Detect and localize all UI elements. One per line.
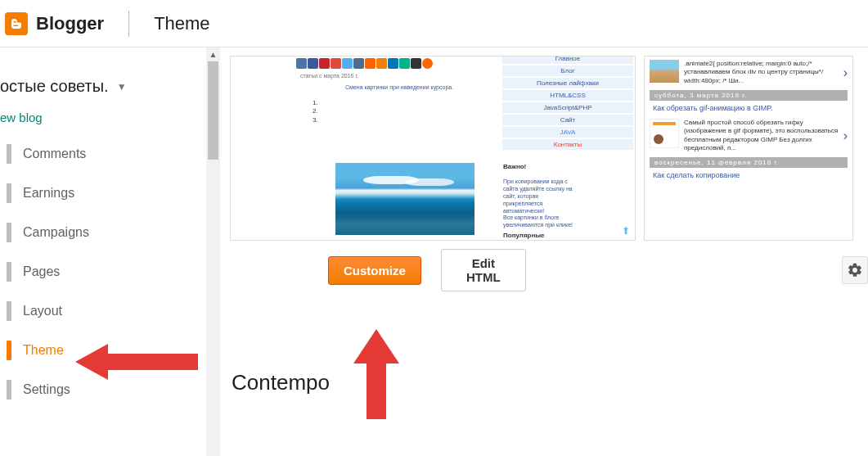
chevron-down-icon: ▼ [117,81,127,93]
sidebar-item-settings[interactable]: Settings [0,370,206,409]
side-post-link: Как сделать копирование [645,169,852,183]
nav-icon [7,183,11,203]
preview-note: Все картинки в блоге увеличиваются при к… [503,214,577,228]
preview-nav-menu: Главное Блог Полезные лайфхаки HTML&CSS … [502,56,633,151]
brand-name: Blogger [36,13,104,34]
page-title: Theme [154,13,209,34]
blog-name: остые советы. [0,77,109,96]
side-snippet: .animate2{ position:relative; margin:0 a… [684,60,839,85]
nav-icon [7,144,11,164]
preview-list: 1. 2. 3. [313,99,318,124]
nav-icon [7,223,11,242]
sidebar-item-earnings[interactable]: Earnings [0,174,206,213]
side-post: Самый простой способ обрезать гифку (изо… [645,115,852,156]
blog-selector[interactable]: остые советы. ▼ [0,62,206,101]
side-post: .animate2{ position:relative; margin:0 a… [645,56,852,88]
preview-image [335,163,474,235]
blogger-logo-icon [5,12,28,35]
preview-subtitle: статьи с марта 2016 г. [300,73,358,79]
sidebar-nav: Comments Earnings Campaigns Pages Layout… [0,134,206,409]
sidebar-item-label: Pages [23,264,60,279]
preview-heading-popular: Популярные [503,232,545,239]
sidebar-item-label: Settings [23,382,70,397]
scrollbar-thumb[interactable] [208,61,218,160]
theme-section-title: Contempo [232,370,868,395]
theme-preview-main[interactable]: статьи с марта 2016 г. Смена картинки пр… [230,56,636,241]
theme-preview-mobile[interactable]: .animate2{ position:relative; margin:0 a… [644,56,853,241]
preview-note: При копировании кода с сайта удаляйте сс… [503,178,577,214]
sidebar-scrollbar[interactable]: ▲ [206,47,220,456]
preview-heading-important: Важно! [503,163,526,170]
chevron-right-icon: › [843,65,848,80]
side-post-link: Как обрезать gif-анимацию в GIMP. [645,102,852,115]
side-date: воскресенье, 11 февраля 2018 г. [650,157,848,168]
side-date: суббота, 3 марта 2018 г. [650,90,848,101]
settings-gear-button[interactable] [842,256,868,284]
nav-icon [7,341,11,360]
sidebar-item-label: Layout [23,304,62,318]
view-blog-link[interactable]: ew blog [0,111,43,124]
main-content: статьи с марта 2016 г. Смена картинки пр… [220,47,868,456]
sidebar-item-label: Campaigns [23,225,89,240]
app-header: Blogger Theme [0,0,868,47]
chevron-right-icon: › [843,129,848,143]
header-divider [128,11,129,37]
sidebar-item-comments[interactable]: Comments [0,134,206,174]
sidebar-item-pages[interactable]: Pages [0,252,206,291]
side-thumbnail [650,119,679,148]
side-snippet: Самый простой способ обрезать гифку (изо… [684,119,839,153]
customize-button[interactable]: Customize [328,256,421,285]
sidebar-item-label: Comments [23,147,86,161]
social-icons-row [296,58,433,70]
edit-html-button[interactable]: Edit HTML [441,249,526,291]
side-thumbnail [650,60,679,83]
nav-icon [7,262,11,282]
preview-post-link: Смена картинки при наведении курсора. [345,84,453,90]
nav-icon [7,301,11,321]
sidebar-item-label: Theme [23,343,64,358]
sidebar-item-layout[interactable]: Layout [0,291,206,331]
sidebar-item-label: Earnings [23,186,74,201]
scroll-up-icon[interactable]: ▲ [206,47,220,61]
sidebar-item-campaigns[interactable]: Campaigns [0,213,206,252]
nav-icon [7,380,11,400]
gear-icon [847,262,863,278]
scroll-top-icon: ⬆ [622,225,630,237]
sidebar-item-theme[interactable]: Theme [0,331,206,370]
sidebar: остые советы. ▼ ew blog Comments Earning… [0,47,206,456]
